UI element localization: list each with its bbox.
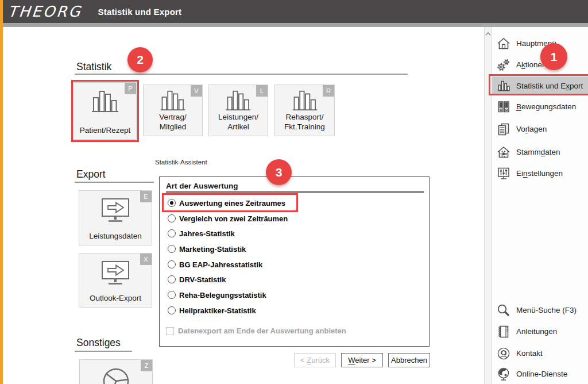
- tile-label: Leistungen/ Artikel: [209, 113, 268, 132]
- tile-leistungen-artikel[interactable]: L Leistungen/ Artikel: [208, 85, 268, 136]
- tile-vertrag-mitglied[interactable]: V Vertrag/ Mitglied: [143, 85, 203, 136]
- sonstiges-heading-underline: [75, 351, 132, 352]
- section-heading-sonstiges: Sonstiges: [76, 337, 121, 349]
- binders-icon: [496, 99, 511, 114]
- bar-chart-icon: [144, 88, 202, 113]
- annotation-step-1: 1: [540, 43, 567, 70]
- sidebar-item-bewegungsdaten[interactable]: Bewegungsdaten: [492, 97, 588, 116]
- headset-icon: [496, 346, 511, 361]
- section-heading-statistik: Statistik: [76, 61, 111, 73]
- back-button: < Zurück: [294, 353, 336, 367]
- sidebar-item-online-dienste[interactable]: Online-Dienste: [492, 364, 588, 383]
- radio-icon[interactable]: [168, 214, 176, 222]
- section-heading-export: Export: [76, 168, 106, 181]
- radio-icon[interactable]: [168, 291, 176, 299]
- annotation-rect-sidebar-item: [489, 74, 588, 95]
- annotation-rect-radio-option: [162, 193, 298, 212]
- radio-icon[interactable]: [168, 245, 176, 253]
- radio-icon[interactable]: [168, 229, 176, 237]
- checkbox-datenexport: Datenexport am Ende der Auswertung anbie…: [166, 327, 346, 335]
- tile-leistungsdaten[interactable]: E Leistungsdaten: [79, 190, 152, 245]
- radio-option-reha-belegungsstatistik[interactable]: Reha-Belegungsstatistik: [168, 290, 266, 300]
- sidebar-item-einstellungen[interactable]: Einstellungen: [492, 164, 588, 183]
- monitor-export-icon: [79, 197, 152, 224]
- tile-label: Vertrag/ Mitglied: [144, 113, 202, 132]
- tile-outlook-export[interactable]: X Outlook-Export: [79, 253, 152, 308]
- statistik-heading-underline: [75, 74, 408, 75]
- sidebar-item-vorlagen[interactable]: Vorlagen: [492, 120, 588, 139]
- app-window: THEORG Statistik und Export Statistik P …: [0, 0, 588, 384]
- sidebar-item-menu-suche[interactable]: Menü-Suche (F3): [492, 301, 588, 320]
- templates-icon: [496, 122, 511, 137]
- dialog-title: Statistik-Assistent: [155, 159, 207, 166]
- radio-option-drv-statistik[interactable]: DRV-Statistik: [168, 274, 226, 285]
- title-bar: THEORG Statistik und Export: [0, 0, 588, 23]
- radio-option-marketing-statistik[interactable]: Marketing-Statistik: [168, 244, 246, 254]
- radio-icon[interactable]: [168, 260, 176, 268]
- globe-icon: [496, 367, 511, 382]
- export-heading-underline: [75, 182, 154, 183]
- radio-option-bg-eap-jahresstatistik[interactable]: BG EAP-Jahresstatistik: [168, 259, 262, 270]
- tile-rehasport-fkt-training[interactable]: R Rehasport/ Fkt.Training: [274, 85, 335, 136]
- tile-label: Rehasport/ Fkt.Training: [275, 113, 334, 132]
- gears-icon: [496, 57, 511, 72]
- cancel-button[interactable]: Abbrechen: [388, 353, 430, 367]
- radio-option-heilpraktiker-statistik[interactable]: Heilpraktiker-Statistik: [168, 305, 256, 316]
- pie-chart-icon: [80, 367, 152, 384]
- scroll-up-icon[interactable]: [485, 29, 491, 34]
- notebook-icon: [496, 324, 511, 339]
- checkbox-icon: [166, 327, 174, 335]
- sliders-icon: [496, 166, 511, 181]
- header-divider: [3, 23, 588, 27]
- tile-sonstiges[interactable]: Z: [79, 359, 153, 384]
- annotation-step-3: 3: [266, 159, 292, 185]
- group-title-underline: [166, 191, 424, 193]
- tile-label: Outlook-Export: [79, 294, 152, 303]
- search-icon: [496, 303, 511, 318]
- bar-chart-icon: [209, 88, 268, 113]
- radio-icon[interactable]: [168, 306, 176, 314]
- page-title: Statistik und Export: [98, 7, 182, 17]
- home-gear-icon: [496, 145, 511, 160]
- sidebar-item-kontakt[interactable]: Kontakt: [492, 344, 588, 363]
- sidebar-item-hauptmenu[interactable]: Hauptmenü: [492, 34, 588, 53]
- tile-label: Leistungsdaten: [79, 232, 152, 241]
- app-logo: THEORG: [7, 3, 83, 20]
- radio-icon[interactable]: [168, 275, 176, 283]
- accent-left-strip: [0, 0, 3, 384]
- annotation-step-2: 2: [127, 47, 153, 72]
- monitor-export-icon: [79, 259, 152, 287]
- sidebar-item-anleitungen[interactable]: Anleitungen: [492, 322, 588, 341]
- group-title: Art der Auswertung: [166, 182, 238, 190]
- annotation-rect-patient-rezept: [71, 80, 139, 142]
- radio-option-vergleich-zeitraeume[interactable]: Vergleich von zwei Zeiträumen: [168, 213, 288, 224]
- bar-chart-icon: [275, 88, 334, 113]
- next-button[interactable]: Weiter >: [341, 353, 383, 367]
- sidebar-item-stammdaten[interactable]: Stammdaten: [492, 143, 588, 162]
- radio-option-jahres-statistik[interactable]: Jahres-Statistik: [168, 228, 235, 239]
- home-icon: [496, 36, 511, 51]
